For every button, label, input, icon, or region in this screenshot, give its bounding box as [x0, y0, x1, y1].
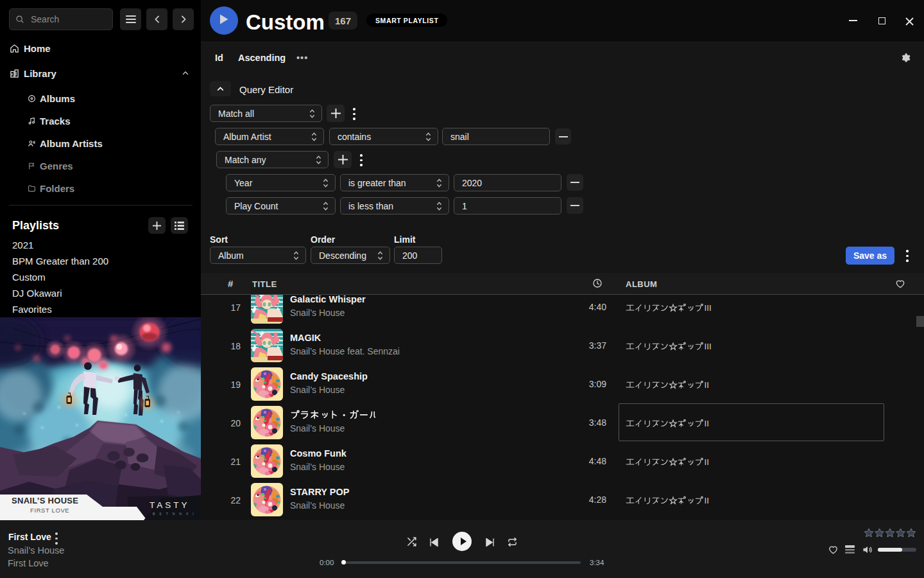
svg-text:TASTY: TASTY — [150, 500, 190, 510]
svg-text:BSTNNXI: BSTNNXI — [153, 512, 198, 516]
svg-text:II: II — [705, 457, 710, 467]
svg-text:II: II — [705, 496, 710, 505]
svg-text:III: III — [705, 342, 712, 351]
svg-text:II: II — [705, 380, 710, 390]
svg-text:SNAIL’S HOUSE: SNAIL’S HOUSE — [12, 496, 78, 505]
svg-text:FIRST LOVE: FIRST LOVE — [30, 507, 69, 514]
svg-text:III: III — [705, 303, 712, 313]
